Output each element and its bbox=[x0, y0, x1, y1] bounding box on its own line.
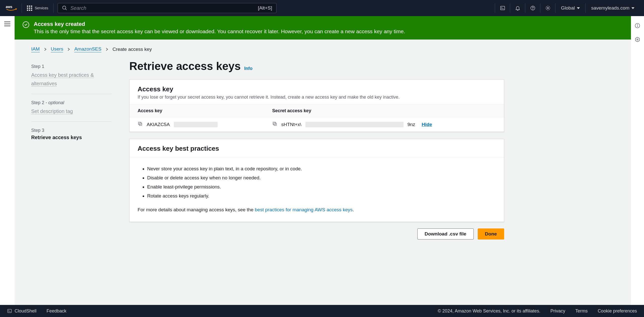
list-item: Never store your access key in plain tex… bbox=[147, 164, 504, 173]
search-icon bbox=[62, 5, 67, 11]
footer-privacy-link[interactable]: Privacy bbox=[550, 308, 565, 314]
hexagon-icon bbox=[634, 36, 640, 43]
svg-point-14 bbox=[637, 24, 637, 25]
svg-point-6 bbox=[533, 9, 533, 9]
svg-point-16 bbox=[637, 39, 638, 40]
best-practices-more: For more details about managing access k… bbox=[130, 204, 504, 222]
list-item: Rotate access keys regularly. bbox=[147, 191, 504, 201]
wizard-step-1-title[interactable]: Access key best practices & alternatives bbox=[31, 72, 94, 87]
info-link[interactable]: Info bbox=[244, 66, 253, 71]
svg-rect-3 bbox=[500, 6, 505, 10]
wizard-step-2-title[interactable]: Set description tag bbox=[31, 108, 73, 114]
services-label: Services bbox=[35, 6, 48, 10]
global-search[interactable]: [Alt+S] bbox=[58, 3, 276, 13]
actions-row: Download .csv file Done bbox=[129, 228, 504, 240]
svg-rect-11 bbox=[273, 122, 275, 125]
access-key-panel: Access key If you lose or forget your se… bbox=[129, 80, 504, 132]
svg-rect-8 bbox=[139, 123, 142, 126]
left-rail bbox=[0, 16, 15, 305]
best-practices-panel: Access key best practices Never store yo… bbox=[129, 139, 504, 222]
breadcrumb-iam[interactable]: IAM bbox=[31, 46, 40, 52]
col-access-key: Access key bbox=[130, 105, 264, 117]
copy-secret-key-button[interactable] bbox=[272, 121, 277, 128]
wizard-step-2-label: Step 2 - optional bbox=[31, 100, 112, 105]
search-input[interactable] bbox=[70, 5, 255, 11]
svg-point-7 bbox=[547, 7, 549, 9]
copy-icon bbox=[272, 121, 277, 126]
banner-title: Access key created bbox=[34, 21, 405, 27]
secret-key-redacted bbox=[305, 122, 404, 127]
access-key-table-row: AKIAZC5A sHTNt+x\9nz Hide bbox=[130, 117, 504, 132]
wizard-step-2: Step 2 - optional Set description tag bbox=[31, 96, 112, 120]
top-nav: aws Services [Alt+S] bbox=[0, 0, 644, 16]
help-button[interactable] bbox=[525, 3, 540, 13]
svg-marker-15 bbox=[635, 37, 639, 42]
services-menu-button[interactable]: Services bbox=[22, 3, 54, 13]
svg-text:aws: aws bbox=[6, 5, 13, 9]
bell-icon bbox=[515, 5, 520, 11]
footer-copyright: © 2024, Amazon Web Services, Inc. or its… bbox=[438, 308, 540, 314]
account-menu[interactable]: savemyleads.com bbox=[585, 3, 640, 13]
region-label: Global bbox=[561, 5, 575, 11]
footer-terms-link[interactable]: Terms bbox=[575, 308, 588, 314]
topnav-right: Global savemyleads.com bbox=[495, 3, 640, 13]
svg-rect-17 bbox=[8, 309, 12, 312]
side-nav-toggle[interactable] bbox=[4, 22, 10, 26]
success-banner: Access key created This is the only time… bbox=[15, 16, 631, 39]
cloudshell-icon bbox=[7, 308, 12, 313]
cloudshell-button[interactable] bbox=[495, 3, 510, 13]
secret-key-prefix: sHTNt+x\ bbox=[281, 122, 301, 127]
access-key-subtext: If you lose or forget your secret access… bbox=[138, 95, 496, 100]
account-label: savemyleads.com bbox=[591, 5, 629, 11]
list-item: Disable or delete access key when no lon… bbox=[147, 173, 504, 182]
right-rail bbox=[631, 16, 644, 305]
wizard-step-3: Step 3 Retrieve access keys bbox=[31, 124, 112, 144]
aws-logo[interactable]: aws bbox=[4, 3, 22, 13]
svg-rect-10 bbox=[274, 123, 276, 126]
breadcrumb-user-name[interactable]: AmazonSES bbox=[74, 46, 101, 52]
chevron-right-icon bbox=[67, 47, 70, 52]
best-practices-link[interactable]: best practices for managing AWS access k… bbox=[255, 207, 353, 212]
footer-cloudshell-button[interactable]: CloudShell bbox=[7, 308, 36, 314]
svg-rect-9 bbox=[138, 122, 141, 125]
services-grid-icon bbox=[27, 6, 32, 11]
aws-logo-icon: aws bbox=[6, 5, 18, 12]
best-practices-heading: Access key best practices bbox=[138, 145, 496, 152]
best-practices-list: Never store your access key in plain tex… bbox=[130, 161, 504, 204]
info-icon bbox=[634, 23, 640, 29]
access-key-id-redacted bbox=[174, 122, 218, 127]
svg-line-2 bbox=[65, 9, 66, 10]
success-check-icon bbox=[23, 21, 29, 28]
download-csv-button[interactable]: Download .csv file bbox=[417, 228, 474, 240]
breadcrumb: IAM Users AmazonSES Create access key bbox=[15, 40, 631, 52]
page-title: Retrieve access keys bbox=[129, 60, 241, 72]
done-button[interactable]: Done bbox=[478, 228, 504, 240]
cloudshell-icon bbox=[500, 5, 505, 11]
copy-access-key-button[interactable] bbox=[138, 121, 143, 128]
info-panel-toggle[interactable] bbox=[634, 23, 640, 29]
footer-feedback-link[interactable]: Feedback bbox=[47, 308, 66, 314]
footer-cloudshell-label: CloudShell bbox=[15, 308, 36, 314]
hide-secret-button[interactable]: Hide bbox=[422, 122, 432, 127]
secret-key-suffix: 9nz bbox=[408, 122, 415, 127]
chevron-down-icon bbox=[577, 7, 580, 9]
breadcrumb-users[interactable]: Users bbox=[51, 46, 63, 52]
chevron-down-icon bbox=[631, 7, 634, 9]
settings-button[interactable] bbox=[540, 3, 555, 13]
breadcrumb-current: Create access key bbox=[112, 47, 152, 52]
gear-icon bbox=[545, 5, 551, 11]
search-shortcut-hint: [Alt+S] bbox=[258, 5, 272, 11]
help-icon bbox=[530, 5, 536, 11]
chevron-right-icon bbox=[105, 47, 108, 52]
wizard-step-3-title: Retrieve access keys bbox=[31, 135, 112, 140]
footer: CloudShell Feedback © 2024, Amazon Web S… bbox=[0, 305, 644, 317]
notifications-button[interactable] bbox=[510, 3, 525, 13]
wizard-steps: Step 1 Access key best practices & alter… bbox=[31, 60, 112, 240]
banner-message: This is the only time that the secret ac… bbox=[34, 28, 405, 34]
footer-cookies-link[interactable]: Cookie preferences bbox=[598, 308, 637, 314]
list-item: Enable least-privilege permissions. bbox=[147, 182, 504, 191]
wizard-step-3-label: Step 3 bbox=[31, 128, 112, 133]
security-panel-toggle[interactable] bbox=[634, 36, 640, 43]
access-key-id-prefix: AKIAZC5A bbox=[147, 122, 170, 127]
region-selector[interactable]: Global bbox=[555, 3, 585, 13]
